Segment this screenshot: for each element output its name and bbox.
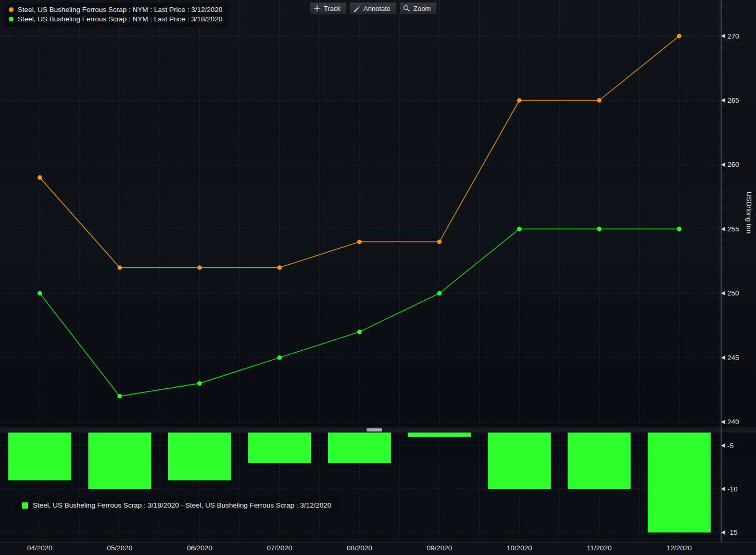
zoom-magnifier-icon (403, 5, 410, 12)
spread-bar (408, 433, 471, 437)
legend-label-series-2: Steel, US Busheling Ferrous Scrap : NYM … (18, 15, 222, 23)
series-point (37, 291, 42, 296)
y-axis-title: USD/long ton (745, 192, 753, 233)
annotate-button[interactable]: Annotate (349, 2, 397, 15)
y-axis-tick-label: 245 (727, 354, 739, 362)
y-axis-tick-marker (721, 355, 725, 360)
track-button[interactable]: Track (310, 2, 347, 15)
annotate-pencil-icon (353, 5, 360, 12)
series-point (118, 394, 122, 399)
legend-row-series-2[interactable]: Steel, US Busheling Ferrous Scrap : NYM … (9, 15, 222, 23)
y-axis-tick-marker (721, 420, 725, 424)
x-axis-tick-label: 12/2020 (666, 544, 692, 552)
y-axis-tick-label: -10 (727, 485, 738, 493)
series-point (197, 265, 202, 270)
series-point (37, 175, 42, 180)
y-axis-tick-label: 270 (727, 32, 739, 40)
legend-swatch-0 (9, 7, 14, 12)
y-axis-tick-label: -5 (727, 442, 734, 450)
track-crosshair-icon (313, 5, 321, 12)
price-legend: Steel, US Busheling Ferrous Scrap : NYM … (4, 3, 229, 27)
spread-bar (248, 433, 311, 463)
y-axis-tick-label: 260 (727, 161, 739, 168)
series-point (278, 355, 282, 360)
spread-bar (88, 433, 151, 489)
series-point (357, 330, 362, 335)
spread-bar (8, 433, 71, 480)
spread-bar (568, 433, 631, 489)
series-point (437, 291, 442, 296)
x-axis-tick-label: 04/2020 (27, 544, 53, 552)
diff-legend-swatch (22, 502, 28, 509)
series-point (597, 98, 602, 103)
y-axis-tick-marker (721, 443, 725, 448)
track-button-label: Track (324, 5, 341, 13)
legend-swatch-1 (9, 17, 14, 21)
x-axis-tick-label: 08/2020 (347, 544, 372, 552)
x-axis-tick-label: 10/2020 (507, 544, 532, 552)
y-axis-tick-marker (721, 487, 725, 491)
x-axis: 04/202005/202006/202007/202008/202009/20… (0, 542, 756, 555)
x-axis-tick-label: 09/2020 (426, 544, 452, 552)
series-point (278, 265, 282, 270)
series-point (517, 227, 522, 231)
x-axis-tick-label: 06/2020 (187, 544, 212, 552)
y-axis-tick-marker (721, 98, 725, 103)
series-line-0 (40, 36, 679, 267)
x-axis-tick-label: 05/2020 (107, 544, 132, 552)
series-point (197, 381, 202, 386)
series-point (677, 34, 682, 39)
x-axis-tick-label: 07/2020 (267, 544, 292, 552)
series-point (597, 227, 602, 231)
y-axis-tick-marker (721, 162, 725, 167)
series-point (437, 240, 442, 244)
legend-label-series-1: Steel, US Busheling Ferrous Scrap : NYM … (18, 6, 222, 14)
panel-resize-handle[interactable] (367, 428, 382, 431)
chart-toolbar: Track Annotate Zoom (310, 2, 437, 15)
y-axis-tick-marker (721, 34, 725, 39)
y-axis-tick-label: 250 (727, 289, 739, 297)
y-axis-tick-label: -15 (727, 528, 738, 536)
spread-bar (488, 433, 551, 489)
annotate-button-label: Annotate (363, 5, 390, 13)
legend-row-series-1[interactable]: Steel, US Busheling Ferrous Scrap : NYM … (9, 6, 222, 14)
y-axis-tick-marker (721, 291, 725, 295)
spread-legend[interactable]: Steel, US Busheling Ferrous Scrap : 3/18… (15, 498, 338, 513)
y-axis-tick-label: 255 (727, 225, 739, 233)
chart-canvas[interactable]: 240245250255260265270-5-10-15USD/long to… (0, 0, 756, 555)
spread-legend-label: Steel, US Busheling Ferrous Scrap : 3/18… (33, 501, 331, 509)
series-point (118, 265, 122, 270)
series-point (517, 98, 522, 103)
x-axis-tick-label: 11/2020 (587, 544, 612, 552)
spread-bar (648, 433, 711, 533)
series-point (677, 227, 682, 231)
y-axis-tick-marker (721, 530, 725, 535)
chart-window: 240245250255260265270-5-10-15USD/long to… (0, 0, 756, 555)
y-axis-tick-label: 265 (727, 96, 739, 104)
spread-bar (168, 433, 231, 480)
zoom-button[interactable]: Zoom (399, 2, 437, 15)
y-axis-tick-marker (721, 227, 725, 231)
series-point (357, 240, 362, 244)
y-axis-tick-label: 240 (727, 418, 739, 426)
spread-bar (328, 433, 391, 463)
zoom-button-label: Zoom (413, 5, 431, 13)
